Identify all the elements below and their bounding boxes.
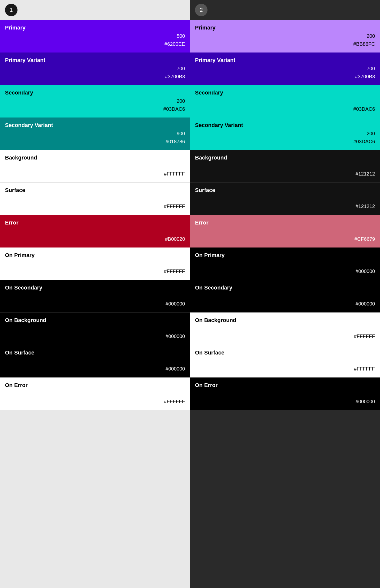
color-cell-secondary-variant-2: Secondary Variant 200 #03DAC6 [190, 118, 380, 150]
on-secondary-values-2: #000000 [195, 300, 375, 308]
surface-label-1: Surface [5, 187, 185, 194]
panel-2-header: 2 [190, 0, 380, 20]
color-cell-on-error-2: On Error #000000 [190, 378, 380, 410]
on-background-label-2: On Background [195, 317, 375, 324]
on-secondary-label-2: On Secondary [195, 284, 375, 291]
surface-label-2: Surface [195, 187, 375, 194]
secondary-variant-label-1: Secondary Variant [5, 122, 185, 128]
color-cell-on-surface-1: On Surface #000000 [0, 345, 190, 378]
on-background-values-1: #000000 [5, 332, 185, 340]
background-values-2: #121212 [195, 170, 375, 178]
on-surface-label-1: On Surface [5, 350, 185, 356]
surface-values-1: #FFFFFF [5, 202, 185, 210]
color-cell-surface-2: Surface #121212 [190, 182, 380, 215]
secondary-values-2: #03DAC6 [195, 105, 375, 113]
secondary-variant-values-2: 200 #03DAC6 [195, 130, 375, 146]
color-cell-secondary-2: Secondary #03DAC6 [190, 85, 380, 118]
error-values-1: #B00020 [5, 235, 185, 243]
secondary-values-1: 200 #03DAC6 [5, 97, 185, 113]
on-secondary-label-1: On Secondary [5, 284, 185, 291]
on-primary-label-2: On Primary [195, 252, 375, 258]
on-background-values-2: #FFFFFF [195, 332, 375, 340]
primary-values-2: 200 #BB86FC [195, 32, 375, 48]
color-cell-background-2: Background #121212 [190, 150, 380, 182]
on-primary-label-1: On Primary [5, 252, 185, 258]
primary-variant-values-1: 700 #3700B3 [5, 64, 185, 80]
secondary-label-1: Secondary [5, 90, 185, 96]
secondary-variant-label-2: Secondary Variant [195, 122, 375, 128]
color-cell-primary-2: Primary 200 #BB86FC [190, 20, 380, 52]
color-cell-secondary-variant-1: Secondary Variant 900 #018786 [0, 118, 190, 150]
color-cell-on-secondary-1: On Secondary #000000 [0, 280, 190, 312]
on-surface-values-1: #000000 [5, 365, 185, 373]
color-cell-error-1: Error #B00020 [0, 215, 190, 248]
color-cell-primary-1: Primary 500 #6200EE [0, 20, 190, 52]
background-label-2: Background [195, 154, 375, 161]
surface-values-2: #121212 [195, 202, 375, 210]
primary-values-1: 500 #6200EE [5, 32, 185, 48]
secondary-variant-values-1: 900 #018786 [5, 130, 185, 146]
panel-2: 2 Primary 200 #BB86FC Primary Variant 70… [190, 0, 380, 588]
on-background-label-1: On Background [5, 317, 185, 324]
on-primary-values-1: #FFFFFF [5, 267, 185, 275]
panel-1-header: 1 [0, 0, 190, 20]
on-surface-label-2: On Surface [195, 350, 375, 356]
color-cell-on-background-1: On Background #000000 [0, 312, 190, 345]
on-error-label-1: On Error [5, 382, 185, 388]
color-cell-on-surface-2: On Surface #FFFFFF [190, 345, 380, 378]
color-cell-surface-1: Surface #FFFFFF [0, 182, 190, 215]
color-cell-primary-variant-1: Primary Variant 700 #3700B3 [0, 52, 190, 85]
on-error-label-2: On Error [195, 382, 375, 388]
panel-1: 1 Primary 500 #6200EE Primary Variant 70… [0, 0, 190, 588]
secondary-label-2: Secondary [195, 90, 375, 96]
on-error-values-2: #000000 [195, 398, 375, 406]
color-cell-on-secondary-2: On Secondary #000000 [190, 280, 380, 312]
error-label-1: Error [5, 220, 185, 226]
error-label-2: Error [195, 220, 375, 226]
color-cell-primary-variant-2: Primary Variant 700 #3700B3 [190, 52, 380, 85]
color-cell-on-background-2: On Background #FFFFFF [190, 312, 380, 345]
on-error-values-1: #FFFFFF [5, 398, 185, 406]
color-cell-secondary-1: Secondary 200 #03DAC6 [0, 85, 190, 118]
on-primary-values-2: #000000 [195, 267, 375, 275]
primary-label-1: Primary [5, 24, 185, 31]
color-cell-on-primary-2: On Primary #000000 [190, 248, 380, 280]
on-secondary-values-1: #000000 [5, 300, 185, 308]
error-values-2: #CF6679 [195, 235, 375, 243]
panel-2-badge: 2 [195, 4, 208, 16]
color-cell-on-error-1: On Error #FFFFFF [0, 378, 190, 410]
primary-variant-label-1: Primary Variant [5, 57, 185, 64]
primary-label-2: Primary [195, 24, 375, 31]
panel-1-badge: 1 [5, 4, 18, 16]
color-cell-on-primary-1: On Primary #FFFFFF [0, 248, 190, 280]
primary-variant-label-2: Primary Variant [195, 57, 375, 64]
on-surface-values-2: #FFFFFF [195, 365, 375, 373]
primary-variant-values-2: 700 #3700B3 [195, 64, 375, 80]
color-cell-error-2: Error #CF6679 [190, 215, 380, 248]
background-label-1: Background [5, 154, 185, 161]
color-cell-background-1: Background #FFFFFF [0, 150, 190, 182]
background-values-1: #FFFFFF [5, 170, 185, 178]
